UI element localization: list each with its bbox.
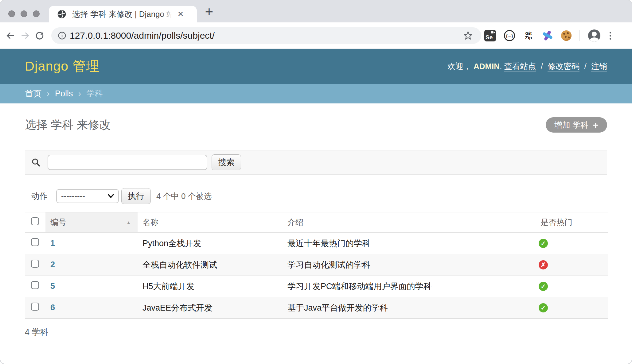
new-tab-button[interactable]: + [202,5,217,19]
minimize-window-button[interactable] [21,10,27,17]
action-select[interactable]: --------- [56,189,119,203]
browser-menu-icon[interactable] [608,32,612,40]
search-toolbar: 搜索 [25,150,607,175]
profile-avatar[interactable] [588,29,600,42]
footer-divider [25,349,607,349]
subject-id-link[interactable]: 6 [50,303,55,312]
site-title[interactable]: Django 管理 [25,57,99,75]
hot-status-icon: ✓ [539,282,548,291]
toolbar-separator [579,30,580,41]
row-checkbox[interactable] [31,260,39,268]
tab-title: 选择 学科 来修改 | Django 站点管理员 [72,9,174,20]
welcome-text: 欢迎， [447,62,471,71]
cookie-extension-icon[interactable] [561,30,572,41]
browser-toolbar: 127.0.0.1:8000/admin/polls/subject/ Se {… [0,22,632,49]
json-viewer-extension-icon[interactable]: {…} [504,30,515,41]
selenium-extension-icon[interactable]: Se [484,30,496,41]
subject-desc: 基于Java平台做开发的学科 [283,297,516,319]
username: ADMIN [474,62,500,71]
table-row: 1 Python全栈开发 最近十年最热门的学科 ✓ [25,233,608,254]
table-header-row: 编号 ▲ 名称 介绍 是否热门 [25,212,608,233]
search-button[interactable]: 搜索 [212,154,241,170]
hot-status-icon: ✓ [539,303,548,312]
user-tools: 欢迎， ADMIN. 查看站点 / 修改密码 / 注销 [447,61,607,72]
result-count: 4 学科 [25,319,607,349]
row-checkbox[interactable] [31,238,39,246]
changelist-content: 选择 学科 来修改 增加 学科 + 搜索 动作 --------- 执行 [0,117,632,349]
tab-title-fade [161,9,174,20]
action-label: 动作 [31,191,48,202]
search-input[interactable] [48,155,207,170]
select-all-checkbox[interactable] [31,217,39,225]
browser-tab[interactable]: 选择 学科 来修改 | Django 站点管理员 ✕ [49,6,197,22]
row-checkbox[interactable] [31,303,39,311]
breadcrumb-home-link[interactable]: 首页 [25,89,41,98]
zoom-window-button[interactable] [33,10,40,17]
breadcrumb-polls-link[interactable]: Polls [55,89,73,98]
change-password-link[interactable]: 修改密码 [548,62,579,72]
sort-ascending-icon[interactable]: ▲ [126,220,131,225]
column-header-name[interactable]: 名称 [138,212,283,233]
subject-desc: 最近十年最热门的学科 [283,233,516,254]
column-header-id[interactable]: 编号 ▲ [45,212,138,233]
subject-id-link[interactable]: 2 [50,260,55,269]
tab-strip: 选择 学科 来修改 | Django 站点管理员 ✕ + [0,0,632,22]
subject-desc: 学习自动化测试的学科 [283,254,516,276]
column-header-hot[interactable]: 是否热门 [516,212,608,233]
address-bar[interactable]: 127.0.0.1:8000/admin/polls/subject/ [51,27,481,44]
subject-id-link[interactable]: 1 [50,238,55,248]
selection-counter: 4 个中 0 个被选 [156,191,212,202]
breadcrumb: 首页 › Polls › 学科 [0,84,632,103]
globe-favicon-icon [57,9,67,19]
table-row: 5 H5大前端开发 学习开发PC端和移动端用户界面的学科 ✓ [25,276,608,297]
url-text[interactable]: 127.0.0.1:8000/admin/polls/subject/ [70,30,215,41]
plus-icon: + [593,120,599,130]
bookmark-star-icon[interactable] [463,30,473,41]
subject-name: JavaEE分布式开发 [138,297,283,319]
breadcrumb-current: 学科 [87,89,103,98]
traffic-lights [8,10,40,17]
extensions-row: Se {…} Git Zip [484,30,612,41]
subject-desc: 学习开发PC端和移动端用户界面的学科 [283,276,516,297]
subject-name: H5大前端开发 [138,276,283,297]
view-site-link[interactable]: 查看站点 [504,62,536,72]
execute-button[interactable]: 执行 [121,188,151,204]
logout-link[interactable]: 注销 [591,62,607,72]
table-row: 6 JavaEE分布式开发 基于Java平台做开发的学科 ✓ [25,297,608,319]
subject-table: 编号 ▲ 名称 介绍 是否热门 1 Python全栈开发 最近十年最热门的学科 … [25,212,608,319]
page-info-icon[interactable] [57,31,67,40]
asterisk-extension-icon[interactable] [542,30,553,41]
column-header-desc[interactable]: 介绍 [283,212,516,233]
actions-row: 动作 --------- 执行 4 个中 0 个被选 [25,189,607,203]
subject-name: 全栈自动化软件测试 [138,254,283,276]
gitzip-extension-icon[interactable]: Git Zip [523,31,534,40]
forward-icon[interactable] [21,31,30,41]
close-window-button[interactable] [8,10,15,17]
hot-status-icon: ✓ [539,239,548,248]
admin-header: Django 管理 欢迎， ADMIN. 查看站点 / 修改密码 / 注销 [0,49,632,84]
browser-window: 选择 学科 来修改 | Django 站点管理员 ✕ + 127.0.0.1:8… [0,0,632,364]
subject-id-link[interactable]: 5 [50,281,55,291]
tab-close-icon[interactable]: ✕ [175,9,186,19]
page-title: 选择 学科 来修改 [25,117,111,133]
back-icon[interactable] [5,31,15,41]
hot-status-icon: ✗ [539,260,548,269]
reload-icon[interactable] [35,31,45,41]
add-subject-button[interactable]: 增加 学科 + [546,117,607,133]
chevron-down-icon [108,194,114,198]
row-checkbox[interactable] [31,281,39,289]
search-icon [31,157,41,167]
subject-name: Python全栈开发 [138,233,283,254]
table-row: 2 全栈自动化软件测试 学习自动化测试的学科 ✗ [25,254,608,276]
